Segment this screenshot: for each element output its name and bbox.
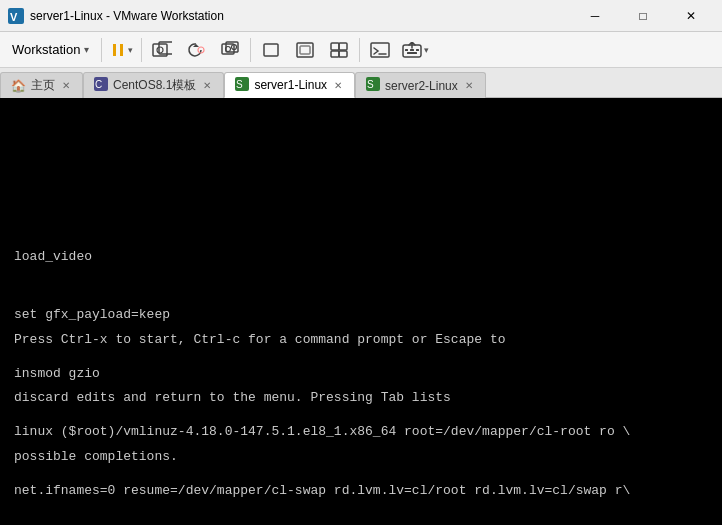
svg-text:C: C <box>95 79 102 90</box>
tab-server1-label: server1-Linux <box>254 78 327 92</box>
svg-rect-24 <box>416 49 419 51</box>
tab-server1-close[interactable]: ✕ <box>332 79 344 92</box>
terminal-footer-line2: discard edits and return to the menu. Pr… <box>14 388 708 408</box>
terminal-line-0 <box>14 188 708 208</box>
svg-rect-13 <box>297 43 313 57</box>
unity-button[interactable] <box>323 36 355 64</box>
console-button[interactable] <box>364 36 396 64</box>
tab-home[interactable]: 🏠 主页 ✕ <box>0 72 83 98</box>
svg-rect-19 <box>371 43 389 57</box>
unity-icon <box>330 42 348 58</box>
send-key-icon <box>402 42 422 58</box>
svg-rect-14 <box>300 46 310 54</box>
centos-icon: C <box>94 77 108 94</box>
workstation-label: Workstation <box>12 42 80 57</box>
svg-rect-3 <box>120 44 123 56</box>
terminal-footer: Press Ctrl-x to start, Ctrl-c for a comm… <box>14 291 708 506</box>
send-key-button[interactable]: ▾ <box>398 36 433 64</box>
terminal-footer-line3: possible completions. <box>14 447 708 467</box>
snapshot-button[interactable] <box>146 36 178 64</box>
revert-icon <box>186 41 206 59</box>
tab-home-close[interactable]: ✕ <box>60 79 72 92</box>
svg-text:S: S <box>236 79 243 90</box>
pause-dropdown-icon: ▾ <box>128 45 133 55</box>
pause-button[interactable]: ▾ <box>106 36 137 64</box>
svg-rect-16 <box>339 43 347 50</box>
svg-rect-25 <box>407 52 417 54</box>
send-key-dropdown-icon: ▾ <box>424 45 429 55</box>
tab-server1[interactable]: S server1-Linux ✕ <box>224 72 355 98</box>
terminal-line-1: load_video <box>14 247 708 267</box>
fullscreen-button[interactable] <box>289 36 321 64</box>
window-controls: ─ □ ✕ <box>572 0 714 32</box>
title-bar: V server1-Linux - VMware Workstation ─ □… <box>0 0 722 32</box>
snapshot-mgr-button[interactable] <box>214 36 246 64</box>
maximize-button[interactable]: □ <box>620 0 666 32</box>
home-icon: 🏠 <box>11 79 26 93</box>
svg-text:V: V <box>10 11 18 23</box>
window-title: server1-Linux - VMware Workstation <box>30 9 572 23</box>
tab-server2-label: server2-Linux <box>385 79 458 93</box>
tab-centos[interactable]: C CentOS8.1模板 ✕ <box>83 72 224 98</box>
close-button[interactable]: ✕ <box>668 0 714 32</box>
tabs-bar: 🏠 主页 ✕ C CentOS8.1模板 ✕ S server1-Linux ✕… <box>0 68 722 98</box>
tab-centos-close[interactable]: ✕ <box>201 79 213 92</box>
normal-view-icon <box>262 42 280 58</box>
separator-3 <box>250 38 251 62</box>
separator-1 <box>101 38 102 62</box>
workstation-menu-button[interactable]: Workstation ▾ <box>4 36 97 64</box>
svg-rect-23 <box>410 49 414 51</box>
terminal-area[interactable]: load_video set gfx_payload=keep insmod g… <box>0 98 722 525</box>
tab-server2-close[interactable]: ✕ <box>463 79 475 92</box>
terminal-footer-line1: Press Ctrl-x to start, Ctrl-c for a comm… <box>14 330 708 350</box>
minimize-button[interactable]: ─ <box>572 0 618 32</box>
tab-server2[interactable]: S server2-Linux ✕ <box>355 72 486 98</box>
snapshot-icon <box>152 41 172 59</box>
separator-2 <box>141 38 142 62</box>
svg-rect-2 <box>113 44 116 56</box>
chevron-down-icon: ▾ <box>84 44 89 55</box>
tab-centos-label: CentOS8.1模板 <box>113 77 196 94</box>
svg-rect-17 <box>331 51 339 57</box>
svg-rect-15 <box>331 43 339 50</box>
server2-icon: S <box>366 77 380 94</box>
snapshot-mgr-icon <box>220 41 240 59</box>
toolbar: Workstation ▾ ▾ <box>0 32 722 68</box>
svg-rect-12 <box>264 44 278 56</box>
server1-icon: S <box>235 77 249 94</box>
tab-home-label: 主页 <box>31 77 55 94</box>
svg-rect-18 <box>339 51 347 57</box>
pause-icon <box>110 42 126 58</box>
normal-view-button[interactable] <box>255 36 287 64</box>
svg-text:S: S <box>367 79 374 90</box>
console-icon <box>370 42 390 58</box>
vmware-icon: V <box>8 8 24 24</box>
fullscreen-icon <box>296 42 314 58</box>
svg-point-6 <box>157 47 163 53</box>
svg-rect-22 <box>405 49 408 51</box>
revert-button[interactable] <box>180 36 212 64</box>
separator-4 <box>359 38 360 62</box>
